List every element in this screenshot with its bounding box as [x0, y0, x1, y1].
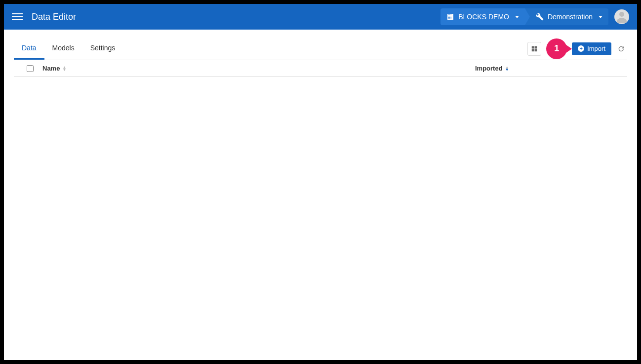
breadcrumb-project[interactable]: BLOCKS DEMO	[441, 8, 525, 25]
app-title: Data Editor	[32, 12, 441, 22]
tab-list: Data Models Settings	[14, 37, 123, 60]
column-name-label: Name	[42, 65, 60, 72]
column-header-name[interactable]: Name ▲▼	[42, 65, 475, 72]
sort-icon: ▲▼	[505, 66, 509, 71]
user-icon	[614, 9, 629, 24]
import-button-label: Import	[587, 45, 605, 52]
select-all-checkbox[interactable]	[27, 65, 34, 72]
tab-settings[interactable]: Settings	[82, 37, 123, 60]
chevron-down-icon	[599, 16, 602, 18]
breadcrumb-project-label: BLOCKS DEMO	[458, 13, 509, 21]
tab-data[interactable]: Data	[14, 37, 44, 60]
toolbar: Data Models Settings 1 + Import	[14, 37, 627, 60]
breadcrumb: BLOCKS DEMO Demonstration	[441, 8, 608, 25]
refresh-icon	[617, 45, 625, 53]
hamburger-menu-icon[interactable]	[12, 11, 23, 22]
table-header: Name ▲▼ Imported ▲▼	[14, 60, 627, 77]
column-header-select-all[interactable]	[18, 65, 42, 72]
annotation-badge: 1	[545, 37, 568, 60]
tab-models[interactable]: Models	[44, 37, 82, 60]
wrench-icon	[536, 13, 544, 21]
toolbar-actions: 1 + Import	[527, 37, 627, 60]
chevron-down-icon	[515, 16, 519, 18]
breadcrumb-environment[interactable]: Demonstration	[525, 8, 608, 25]
app-window: Data Editor BLOCKS DEMO Demonstration Da…	[4, 4, 637, 360]
app-header: Data Editor BLOCKS DEMO Demonstration	[4, 4, 637, 30]
grid-view-button[interactable]	[527, 42, 541, 56]
refresh-button[interactable]	[615, 43, 627, 55]
import-button[interactable]: + Import	[572, 42, 611, 55]
breadcrumb-environment-label: Demonstration	[548, 13, 593, 21]
svg-point-0	[619, 12, 624, 17]
user-avatar[interactable]	[614, 9, 629, 24]
column-header-imported[interactable]: Imported ▲▼	[475, 65, 623, 72]
main-content: Data Models Settings 1 + Import	[4, 30, 637, 360]
column-imported-label: Imported	[475, 65, 503, 72]
building-icon	[446, 13, 454, 21]
sort-icon: ▲▼	[62, 66, 66, 71]
annotation-number: 1	[546, 38, 567, 59]
plus-circle-icon: +	[578, 45, 584, 52]
grid-icon	[531, 45, 538, 52]
